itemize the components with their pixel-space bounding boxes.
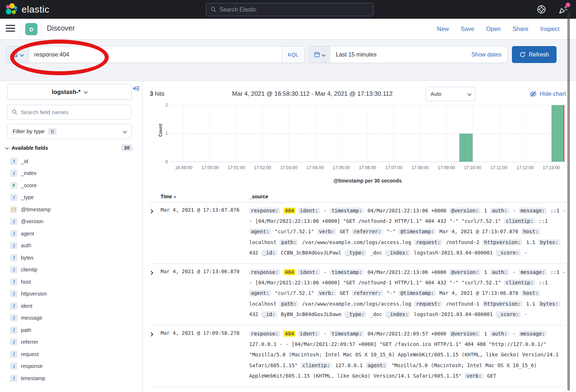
- source-field-pill: httpversion:: [482, 301, 522, 307]
- source-field-pill: referrer:: [352, 229, 383, 234]
- hits-count: 3 hits: [150, 90, 204, 98]
- field-item[interactable]: thost: [10, 276, 136, 288]
- source-field-pill: _score:: [496, 311, 521, 317]
- field-name: path: [21, 327, 31, 333]
- calendar-icon: [314, 51, 320, 58]
- field-item[interactable]: tbytes: [10, 252, 136, 264]
- x-tick-label: 17:12:00: [517, 165, 534, 170]
- new-button[interactable]: New: [437, 26, 449, 32]
- gridline: [525, 105, 526, 162]
- field-item[interactable]: @timestamp: [10, 203, 136, 216]
- hide-chart-label: Hide chart: [540, 91, 566, 97]
- menu-icon[interactable]: [6, 25, 15, 33]
- expand-row-icon[interactable]: [150, 329, 161, 381]
- field-name: _id: [21, 158, 28, 164]
- sort-desc-icon[interactable]: ▾: [174, 195, 176, 199]
- inspect-button[interactable]: Inspect: [540, 26, 559, 32]
- share-button[interactable]: Share: [513, 26, 528, 32]
- x-tick-label: 17:02:00: [254, 165, 271, 170]
- field-name: timestamp: [21, 375, 45, 381]
- save-button[interactable]: Save: [461, 26, 474, 32]
- show-dates-link[interactable]: Show dates: [465, 46, 507, 63]
- interval-select[interactable]: Auto: [426, 87, 476, 101]
- hide-chart-link[interactable]: Hide chart: [530, 90, 566, 98]
- gridline: [315, 105, 315, 162]
- field-item[interactable]: tclientip: [10, 264, 136, 276]
- source-field-pill: response:: [249, 208, 280, 213]
- field-name: _index: [21, 170, 36, 176]
- field-item[interactable]: tpath: [10, 324, 136, 336]
- source-field-pill: _type:: [345, 311, 366, 317]
- field-item[interactable]: t_index: [10, 167, 136, 180]
- global-search-box[interactable]: [206, 3, 374, 16]
- help-icon[interactable]: [537, 5, 546, 14]
- field-item[interactable]: thttpversion: [10, 288, 136, 300]
- field-item[interactable]: ttimestamp: [10, 372, 136, 384]
- source-field-pill: @timestamp:: [399, 229, 436, 234]
- field-item[interactable]: tauth: [10, 240, 136, 252]
- field-item[interactable]: t_id: [10, 155, 136, 167]
- field-search-input[interactable]: [21, 109, 127, 116]
- text-field-icon: t: [10, 302, 17, 310]
- available-fields-header[interactable]: Available fields 20: [6, 144, 132, 151]
- field-item[interactable]: treferrer: [10, 336, 136, 348]
- gridline: [420, 105, 420, 162]
- field-name: ident: [21, 303, 32, 309]
- elastic-logo[interactable]: elastic: [5, 3, 49, 16]
- source-field-pill: @version:: [449, 269, 480, 275]
- x-tick-label: 17:06:00: [359, 165, 376, 170]
- source-field-pill: request:: [414, 301, 442, 307]
- source-field-pill: response:: [249, 331, 280, 337]
- global-search-input[interactable]: [220, 6, 369, 13]
- query-input[interactable]: [29, 46, 282, 63]
- source-field-pill: httpversion:: [482, 239, 522, 245]
- collapse-sidebar-icon[interactable]: [132, 85, 140, 92]
- saved-query-menu-button[interactable]: [6, 46, 29, 63]
- expand-row-icon[interactable]: [150, 267, 161, 320]
- table-row: Mar 4, 2021 @ 17:09:58.278response: 404 …: [150, 325, 566, 387]
- app-nav-bar: D Discover New Save Open Share Inspect: [0, 19, 576, 40]
- field-item[interactable]: t_type: [10, 192, 136, 204]
- filter-by-type-label: Filter by type: [13, 128, 45, 135]
- field-name: _score: [21, 183, 37, 188]
- source-field-pill: bytes:: [538, 239, 560, 245]
- source-field-pill: verb:: [464, 373, 483, 379]
- source-field-pill: ident:: [298, 269, 320, 275]
- doc-source: response: 404 ident: - timestamp: 04/Mar…: [249, 206, 566, 258]
- field-item[interactable]: tmessage: [10, 312, 136, 324]
- query-language-button[interactable]: KQL: [282, 46, 304, 63]
- chart-time-range: Mar 4, 2021 @ 16:58:30.112 - Mar 4, 2021…: [204, 90, 421, 98]
- chevron-down-icon: [84, 90, 87, 94]
- x-axis-title: @timestamp per 30 seconds: [171, 178, 564, 184]
- histogram-bar: [552, 105, 564, 162]
- scrollbar-thumb[interactable]: [567, 12, 570, 391]
- histogram-plot: 2 1 0 Count: [171, 105, 564, 162]
- chevron-down-icon: [5, 146, 9, 150]
- time-range-value[interactable]: Last 15 minutes: [330, 46, 465, 63]
- gridline: [341, 105, 342, 162]
- refresh-button[interactable]: Refresh: [512, 46, 557, 63]
- table-row: Mar 4, 2021 @ 17:13:07.876response: 404 …: [150, 202, 566, 264]
- open-button[interactable]: Open: [486, 26, 500, 32]
- expand-row-icon[interactable]: [150, 206, 161, 258]
- discover-app-badge[interactable]: D: [25, 23, 37, 35]
- date-picker-menu-button[interactable]: [309, 46, 330, 63]
- elastic-logo-icon: [5, 3, 18, 16]
- field-search-box[interactable]: [7, 105, 132, 120]
- filter-by-type-select[interactable]: Filter by type 0: [7, 124, 132, 139]
- gridline: [184, 105, 184, 162]
- source-field-pill: verb:: [317, 290, 336, 296]
- field-name: message: [21, 315, 42, 321]
- field-item[interactable]: tident: [10, 300, 136, 312]
- text-field-icon: t: [10, 314, 17, 321]
- index-pattern-select[interactable]: logstash-*: [7, 84, 132, 100]
- text-field-icon: t: [10, 266, 17, 273]
- field-item[interactable]: tresponse: [10, 360, 136, 373]
- field-item[interactable]: #_score: [10, 179, 136, 192]
- time-column-header[interactable]: Time▾: [161, 194, 249, 199]
- x-tick-label: 17:00:00: [201, 165, 219, 170]
- gridline: [499, 105, 499, 162]
- field-item[interactable]: tagent: [10, 227, 136, 240]
- field-item[interactable]: trequest: [10, 348, 136, 360]
- field-item[interactable]: t@version: [10, 216, 136, 228]
